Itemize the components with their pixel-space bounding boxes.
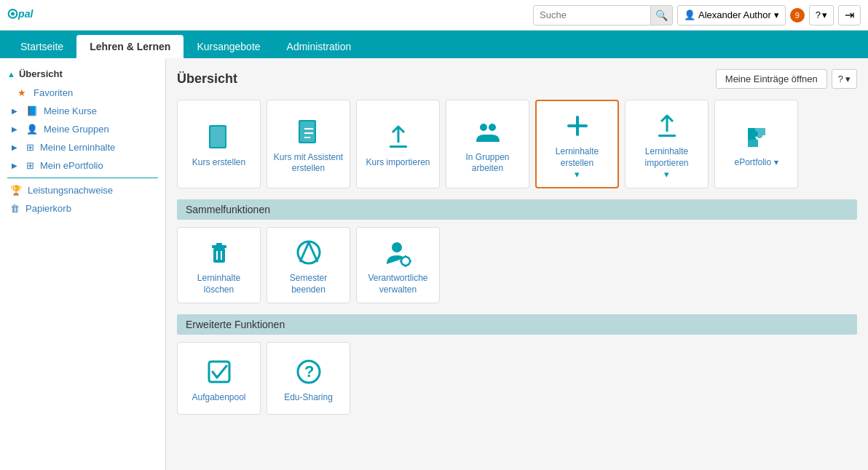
card-kurs-assistent[interactable]: Kurs mit Assistent erstellen	[267, 100, 350, 188]
svg-text:?: ?	[304, 362, 314, 381]
card-label: Semester beenden	[272, 273, 345, 295]
tab-administration[interactable]: Administration	[274, 35, 365, 58]
sidebar-item-favoriten[interactable]: ★ Favoriten	[0, 84, 165, 102]
main-card-grid: Kurs erstellen Kurs mit Assistent erstel…	[177, 100, 857, 188]
group-icon	[473, 117, 502, 146]
user-name: Alexander Author	[698, 9, 771, 20]
leistungsnachweise-icon: 🏆	[10, 185, 22, 196]
sidebar-item-papierkorb[interactable]: 🗑 Papierkorb	[0, 199, 165, 218]
card-semester-beenden[interactable]: Semester beenden	[267, 227, 350, 303]
help-dropdown-arrow: ▾	[822, 9, 827, 20]
help-button[interactable]: ? ▾	[809, 5, 834, 25]
svg-rect-7	[390, 146, 407, 148]
svg-text:pal: pal	[17, 7, 34, 19]
svg-rect-6	[300, 122, 315, 142]
sidebar-section-header: ▲ Übersicht	[0, 64, 165, 84]
sidebar-item-label: Meine Kurse	[44, 105, 97, 116]
card-eportfolio[interactable]: ePortfolio ▾	[714, 100, 798, 188]
card-in-gruppen-arbeiten[interactable]: In Gruppen arbeiten	[446, 100, 529, 188]
upload2-icon	[652, 111, 682, 140]
card-label: In Gruppen arbeiten	[451, 152, 524, 175]
checkbox-icon	[205, 357, 234, 386]
card-label: Lerninhalte erstellen	[541, 146, 613, 169]
card-label: Edu-Sharing	[284, 392, 333, 404]
group-icon: 👤	[26, 124, 38, 135]
search-box: 🔍	[533, 5, 673, 25]
sidebar-item-meine-gruppen[interactable]: ▶ 👤 Meine Gruppen	[0, 120, 165, 138]
card-lerninhalte-erstellen[interactable]: Lerninhalte erstellen ▾	[535, 100, 619, 188]
sammelfunktionen-card-grid: Lerninhalte löschen Semester beenden	[177, 227, 857, 303]
logo: pal	[7, 5, 44, 25]
tab-kursangebote[interactable]: Kursangebote	[184, 35, 273, 58]
user-menu-button[interactable]: 👤 Alexander Author ▾	[677, 5, 786, 25]
nav-tabs: Startseite Lehren & Lernen Kursangebote …	[0, 31, 868, 58]
sidebar-item-meine-lerninhalte[interactable]: ▶ ⊞ Meine Lerninhalte	[0, 138, 165, 156]
tab-startseite[interactable]: Startseite	[7, 35, 76, 58]
puzzle-icon	[742, 122, 771, 151]
sidebar-item-label: Meine Gruppen	[44, 124, 109, 135]
book-icon: 📘	[26, 105, 38, 116]
card-label: Kurs mit Assistent erstellen	[272, 152, 345, 175]
plus-icon	[563, 111, 592, 140]
meine-gruppen-arrow: ▶	[9, 125, 20, 133]
card-edu-sharing[interactable]: ? Edu-Sharing	[267, 342, 350, 415]
sidebar-item-label: Mein ePortfolio	[40, 160, 103, 171]
favorites-icon: ★	[16, 87, 28, 98]
erweiterte-funktionen-header: Erweiterte Funktionen	[177, 314, 857, 335]
sidebar-section-label: Übersicht	[19, 68, 63, 79]
card-label: Aufgabenpool	[192, 392, 245, 404]
sidebar-item-meine-kurse[interactable]: ▶ 📘 Meine Kurse	[0, 102, 165, 120]
trash-icon	[205, 238, 234, 267]
header-help-button[interactable]: ? ▾	[832, 69, 857, 89]
search-input[interactable]	[534, 5, 650, 25]
card-kurs-erstellen[interactable]: Kurs erstellen	[177, 100, 261, 188]
search-button[interactable]: 🔍	[650, 5, 672, 25]
sidebar-item-label: Meine Lerninhalte	[40, 142, 115, 153]
mein-eportfolio-arrow: ▶	[9, 162, 20, 170]
logout-button[interactable]: ⇥	[838, 5, 861, 25]
open-entries-button[interactable]: Meine Einträge öffnen	[716, 69, 827, 89]
card-label: Lerninhalte löschen	[182, 273, 256, 295]
meine-lerninhalte-arrow: ▶	[9, 143, 20, 151]
meine-kurse-arrow: ▶	[9, 107, 20, 115]
svg-rect-15	[216, 243, 222, 246]
svg-point-1	[11, 12, 15, 15]
svg-rect-13	[213, 248, 225, 263]
person-settings-icon	[384, 238, 413, 267]
sidebar: ▲ Übersicht ★ Favoriten ▶ 📘 Meine Kurse …	[0, 58, 166, 470]
tab-lehren-lernen[interactable]: Lehren & Lernen	[76, 35, 184, 58]
user-icon: 👤	[684, 9, 695, 20]
upload-icon	[384, 122, 413, 151]
noentry-icon	[294, 238, 323, 267]
card-verantwortliche-verwalten[interactable]: Verantwortliche verwalten	[356, 227, 440, 303]
card-label: Lerninhalte importieren	[630, 146, 703, 169]
svg-point-22	[401, 257, 410, 266]
book-icon	[205, 122, 234, 151]
help-icon: ?	[816, 9, 821, 20]
page-header: Übersicht Meine Einträge öffnen ? ▾	[177, 69, 857, 89]
question-icon: ?	[294, 357, 323, 386]
lerninhalte-importieren-arrow: ▾	[664, 169, 669, 180]
lerninhalte-erstellen-arrow: ▾	[575, 169, 580, 180]
sidebar-collapse-arrow[interactable]: ▲	[7, 70, 15, 79]
card-label: Kurs erstellen	[192, 157, 245, 169]
content-area: Übersicht Meine Einträge öffnen ? ▾ Kurs…	[166, 58, 868, 470]
card-kurs-importieren[interactable]: Kurs importieren	[356, 100, 440, 188]
header-help-arrow: ▾	[845, 73, 851, 84]
card-aufgabenpool[interactable]: Aufgabenpool	[177, 342, 261, 415]
lerninhalte-icon: ⊞	[26, 142, 34, 153]
topbar-right: 🔍 👤 Alexander Author ▾ 9 ? ▾ ⇥	[533, 5, 861, 25]
notification-badge[interactable]: 9	[790, 8, 805, 23]
svg-rect-11	[567, 124, 588, 127]
topbar: pal 🔍 👤 Alexander Author ▾ 9 ? ▾ ⇥	[0, 0, 868, 31]
card-label: ePortfolio ▾	[734, 157, 778, 169]
card-label: Kurs importieren	[366, 157, 430, 169]
page-title: Übersicht	[177, 71, 237, 87]
card-lerninhalte-importieren[interactable]: Lerninhalte importieren ▾	[625, 100, 709, 188]
sammelfunktionen-header: Sammelfunktionen	[177, 199, 857, 220]
svg-rect-4	[210, 127, 225, 147]
sidebar-item-leistungsnachweise[interactable]: 🏆 Leistungsnachweise	[0, 181, 165, 199]
sidebar-item-mein-eportfolio[interactable]: ▶ ⊞ Mein ePortfolio	[0, 156, 165, 175]
card-lerninhalte-loeschen[interactable]: Lerninhalte löschen	[177, 227, 261, 303]
erweiterte-funktionen-card-grid: Aufgabenpool ? Edu-Sharing	[177, 342, 857, 415]
